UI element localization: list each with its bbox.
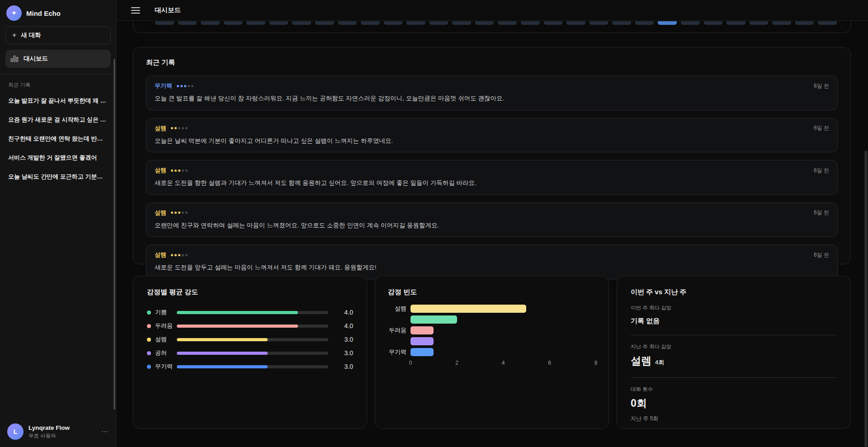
intensity-row-2: 설렘3.0: [147, 333, 353, 346]
x-axis-tick: 6: [548, 360, 551, 366]
intensity-track: [177, 338, 328, 341]
avg-intensity-rows: 기쁨4.0두려움4.0설렘3.0공허3.0무기력3.0: [147, 306, 353, 373]
record-emotion-label: 설렘: [155, 251, 166, 259]
intensity-fill: [177, 365, 268, 368]
record-text: 오늘은 날씨 덕분에 기분이 좋아지고 어디론가 떠나고 싶은 설렘이 느껴지는…: [155, 136, 829, 146]
intensity-track: [177, 365, 328, 368]
emotion-frequency-chart: 설렘두려움무기력: [388, 305, 596, 356]
mini-bar: [452, 21, 471, 25]
mini-bar: [361, 21, 380, 25]
frequency-bar: [410, 348, 434, 356]
intensity-dot-filled: [184, 85, 186, 87]
bar-chart-icon: [11, 56, 18, 62]
x-axis-tick: 4: [502, 360, 505, 366]
intensity-dot-filled: [178, 212, 180, 214]
intensity-dot-empty: [182, 212, 184, 214]
sidebar-scrollbar[interactable]: [113, 59, 115, 409]
sidebar-item-dashboard[interactable]: 대시보드: [5, 50, 111, 68]
content: 최근 기록 무기력6일 전오늘 큰 발표를 잘 해낸 당신이 참 자랑스러워요.…: [117, 21, 868, 447]
intensity-track: [177, 311, 328, 314]
intensity-row-0: 기쁨4.0: [147, 306, 353, 319]
intensity-dot-filled: [178, 169, 180, 172]
record-text: 오랜만에 친구와 연락하며 설레는 마음이 느껴졌어요. 앞으로도 소중한 인연…: [155, 221, 829, 230]
mini-bar: [224, 21, 243, 25]
mini-bar: [315, 21, 334, 25]
intensity-row-4: 무기력3.0: [147, 360, 353, 373]
conversation-label: 대화 횟수: [631, 386, 837, 393]
this-week-label: 이번 주 최다 감정: [631, 305, 837, 311]
intensity-dot-empty: [185, 169, 188, 172]
record-timestamp: 6일 전: [814, 167, 829, 174]
intensity-row-3: 공허3.0: [147, 346, 353, 360]
user-row[interactable]: L Lynqrate Flow 무료 사용자 ⋯: [5, 421, 111, 442]
week-compare-card: 이번 주 vs 지난 주 이번 주 최다 감정 기록 없음 지난 주 최다 감정…: [617, 276, 851, 429]
sidebar-item-recent-0[interactable]: 오늘 발표가 잘 끝나서 뿌듯한데 왜 이렇: [5, 91, 111, 110]
sidebar-item-recent-1[interactable]: 요즘 뭔가 새로운 걸 시작하고 싶은 느낌: [5, 110, 111, 129]
last-week-label: 지난 주 최다 감정: [631, 343, 837, 350]
page-scrollbar[interactable]: [864, 151, 868, 447]
record-text: 새로운 도전을 앞두고 설레는 마음이 느껴져서 저도 함께 기대가 돼요. 응…: [155, 263, 829, 272]
record-text: 새로운 도전을 향한 설렘과 기대가 느껴져서 저도 함께 응원하고 싶어요. …: [155, 179, 829, 188]
frequency-bar-zone: [410, 305, 596, 313]
intensity-dot-filled: [171, 169, 173, 172]
intensity-dot-filled: [177, 85, 179, 87]
intensity-dot-empty: [182, 254, 184, 256]
recent-list: 오늘 발표가 잘 끝나서 뿌듯한데 왜 이렇요즘 뭔가 새로운 걸 시작하고 싶…: [5, 91, 111, 186]
intensity-category-label: 두려움: [155, 322, 177, 330]
avg-intensity-card: 감정별 평균 강도 기쁨4.0두려움4.0설렘3.0공허3.0무기력3.0: [133, 276, 367, 429]
topbar: 대시보드: [117, 0, 868, 21]
frequency-bar-zone: [410, 315, 596, 324]
frequency-row-0: 설렘: [388, 305, 596, 313]
record-timestamp: 6일 전: [814, 124, 829, 132]
record-item-0[interactable]: 무기력6일 전오늘 큰 발표를 잘 해낸 당신이 참 자랑스러워요. 지금 느끼…: [146, 75, 838, 110]
intensity-dot-filled: [171, 212, 173, 214]
intensity-dot-filled: [175, 169, 177, 172]
sidebar-item-recent-2[interactable]: 친구한테 오랜만에 연락 왔는데 반가웠어: [5, 129, 111, 148]
record-item-1[interactable]: 설렘6일 전오늘은 날씨 덕분에 기분이 좋아지고 어디론가 떠나고 싶은 설렘…: [146, 118, 838, 153]
new-chat-button[interactable]: + 새 대화: [5, 26, 111, 44]
mini-bar: [498, 21, 517, 25]
intensity-dot-empty: [188, 85, 190, 87]
mini-bar: [795, 21, 814, 25]
frequency-category-label: 설렘: [388, 305, 410, 313]
x-axis-tick: 0: [409, 360, 412, 366]
mini-bar: [292, 21, 311, 25]
frequency-row-4: 무기력: [388, 348, 596, 356]
user-name: Lynqrate Flow: [28, 424, 70, 431]
last-week-value-row: 설렘 4회: [631, 354, 837, 368]
frequency-category-label: 무기력: [388, 348, 410, 356]
record-emotion-label: 무기력: [155, 82, 172, 90]
last-week-count: 4회: [655, 358, 664, 367]
recent-heading: 최근 기록: [5, 75, 111, 91]
frequency-bar: [410, 305, 526, 313]
record-item-4[interactable]: 설렘6일 전새로운 도전을 앞두고 설레는 마음이 느껴져서 저도 함께 기대가…: [146, 245, 838, 279]
record-head: 무기력6일 전: [155, 82, 829, 90]
avatar-initial: L: [14, 428, 18, 435]
avatar: L: [7, 423, 24, 440]
intensity-dot-filled: [171, 127, 173, 129]
record-emotion-label: 설렘: [155, 124, 166, 132]
record-head: 설렘6일 전: [155, 166, 829, 174]
user-menu-icon[interactable]: ⋯: [101, 428, 109, 436]
frequency-bar: [410, 315, 457, 324]
mini-bar: [338, 21, 357, 25]
intensity-value: 4.0: [337, 309, 353, 316]
intensity-value: 3.0: [337, 363, 353, 370]
sidebar-item-recent-4[interactable]: 오늘 날씨도 간만에 포근하고 기분이 좋다: [5, 167, 111, 186]
mini-bar: [178, 21, 197, 25]
intensity-dot-empty: [182, 127, 184, 129]
record-head: 설렘6일 전: [155, 251, 829, 259]
record-timestamp: 6일 전: [814, 251, 829, 259]
legend-dot: [147, 351, 151, 355]
intensity-dot-filled: [175, 127, 177, 129]
intensity-dot-filled: [180, 85, 183, 87]
mini-bar: [772, 21, 791, 25]
record-item-2[interactable]: 설렘6일 전새로운 도전을 향한 설렘과 기대가 느껴져서 저도 함께 응원하고…: [146, 160, 838, 195]
record-head: 설렘6일 전: [155, 124, 829, 132]
frequency-x-axis: 02468: [410, 360, 596, 367]
intensity-dot-empty: [178, 127, 180, 129]
record-list: 무기력6일 전오늘 큰 발표를 잘 해낸 당신이 참 자랑스러워요. 지금 느끼…: [146, 75, 838, 279]
hamburger-icon[interactable]: [131, 7, 140, 14]
sidebar-item-recent-3[interactable]: 서비스 개발한 거 잘됐으면 좋겠어: [5, 148, 111, 167]
record-item-3[interactable]: 설렘6일 전오랜만에 친구와 연락하며 설레는 마음이 느껴졌어요. 앞으로도 …: [146, 202, 838, 237]
